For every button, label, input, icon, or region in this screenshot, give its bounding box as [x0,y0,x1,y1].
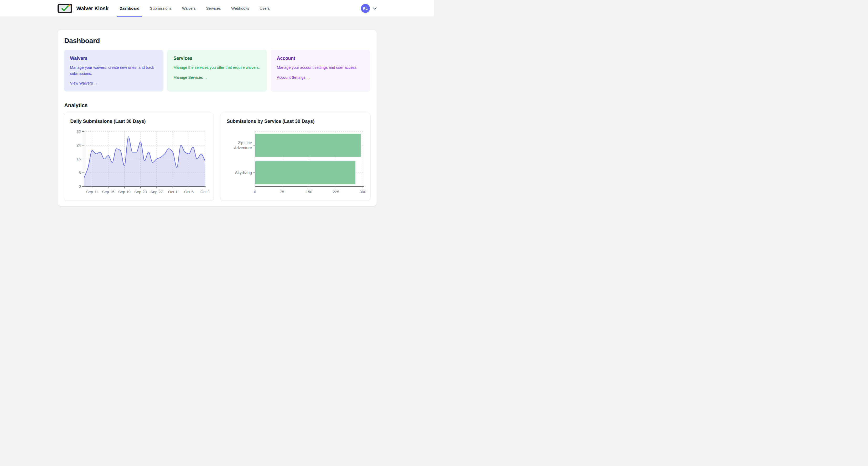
nav-item-submissions[interactable]: Submissions [150,0,172,17]
app-logo: ★ [58,4,72,13]
svg-text:225: 225 [333,190,339,194]
svg-text:300: 300 [360,190,366,194]
nav-item-webhooks[interactable]: Webhooks [231,0,249,17]
dashboard-panel: Dashboard WaiversManage your waivers, cr… [58,30,377,206]
chart-title: Daily Submissions (Last 30 Days) [70,119,210,124]
bar-skydiving [255,161,355,184]
nav-item-waivers[interactable]: Waivers [182,0,196,17]
summary-cards: WaiversManage your waivers, create new o… [64,50,370,91]
waivers-card: WaiversManage your waivers, create new o… [64,50,164,91]
svg-text:Sep 19: Sep 19 [118,190,130,194]
avatar[interactable]: RL [361,4,370,13]
submissions-by-service-bar-chart: Zip LineAdventureSkydiving075150225300 [225,127,366,198]
nav-item-services[interactable]: Services [206,0,221,17]
bar-zip-line-adventure [255,134,361,157]
svg-text:Oct 1: Oct 1 [168,190,177,194]
services-card-title: Services [174,56,260,61]
charts-row: Daily Submissions (Last 30 Days) 0816243… [64,112,370,201]
svg-text:Zip Line: Zip Line [238,140,252,145]
star-icon: ★ [68,4,71,7]
services-card-description: Manage the services you offer that requi… [174,65,260,71]
main-content: Dashboard WaiversManage your waivers, cr… [58,30,377,206]
daily-submissions-chart-card: Daily Submissions (Last 30 Days) 0816243… [64,112,214,201]
waivers-card-link[interactable]: View Waivers → [70,81,98,85]
chevron-down-icon[interactable] [373,7,377,10]
waivers-card-description: Manage your waivers, create new ones, an… [70,65,157,76]
header-inner: ★ Waiver Kiosk DashboardSubmissionsWaive… [58,0,377,17]
svg-text:Oct 5: Oct 5 [184,190,194,194]
svg-text:75: 75 [280,190,284,194]
account-card-link[interactable]: Account Settings → [277,75,310,79]
brand-title: Waiver Kiosk [76,5,108,11]
app-header: ★ Waiver Kiosk DashboardSubmissionsWaive… [0,0,434,17]
account-card-title: Account [277,56,364,61]
svg-text:Skydiving: Skydiving [235,170,252,175]
waivers-card-title: Waivers [70,56,157,61]
svg-text:16: 16 [76,157,81,161]
svg-text:8: 8 [79,170,81,175]
svg-text:Sep 27: Sep 27 [150,190,163,194]
nav-item-users[interactable]: Users [260,0,270,17]
svg-text:150: 150 [306,190,312,194]
submissions-by-service-chart-card: Submissions by Service (Last 30 Days) Zi… [220,112,370,201]
svg-text:Sep 23: Sep 23 [134,190,147,194]
account-card-description: Manage your account settings and user ac… [277,65,364,71]
svg-text:32: 32 [76,129,81,134]
primary-nav: DashboardSubmissionsWaiversServicesWebho… [120,0,280,17]
nav-item-dashboard[interactable]: Dashboard [120,0,140,17]
services-card-link[interactable]: Manage Services → [174,75,208,79]
svg-text:Sep 15: Sep 15 [102,190,114,194]
area-fill [84,137,205,187]
svg-text:0: 0 [79,184,81,189]
analytics-heading: Analytics [64,102,370,108]
account-card: AccountManage your account settings and … [271,50,370,91]
svg-text:Adventure: Adventure [234,145,252,150]
chart-title: Submissions by Service (Last 30 Days) [227,119,366,124]
svg-text:Oct 9: Oct 9 [200,190,209,194]
services-card: ServicesManage the services you offer th… [167,50,267,91]
svg-text:24: 24 [76,143,81,147]
svg-text:Sep 11: Sep 11 [86,190,98,194]
daily-submissions-area-chart: 08162432Sep 11Sep 15Sep 19Sep 23Sep 27Oc… [68,127,210,198]
svg-text:0: 0 [254,190,256,194]
page-title: Dashboard [64,37,370,45]
